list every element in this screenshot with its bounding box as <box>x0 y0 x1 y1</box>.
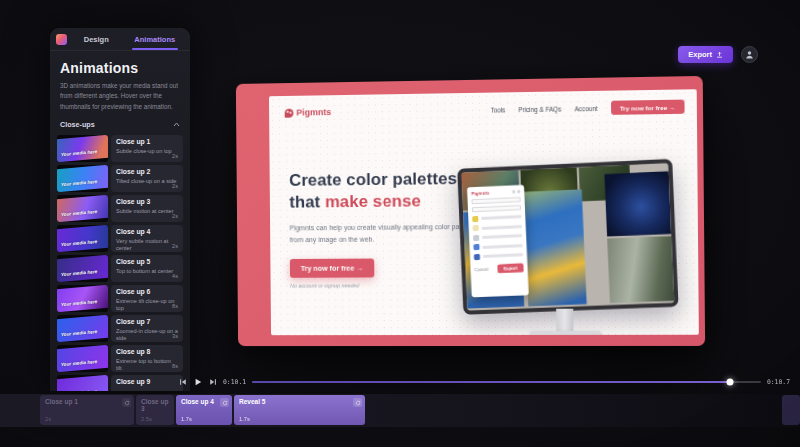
photo-tile-blue-sphere <box>604 171 671 236</box>
duration-badge: 2s <box>172 243 178 249</box>
closeups-section-header[interactable]: Close-ups <box>60 120 180 129</box>
nav-pricing-faqs[interactable]: Pricing & FAQs <box>518 105 561 113</box>
skip-to-start-button[interactable] <box>178 378 187 387</box>
animation-thumbnail: Your media here <box>57 135 108 162</box>
popup-cancel-button[interactable]: Cancel <box>474 266 488 272</box>
popup-export-button[interactable]: Export <box>497 263 523 273</box>
pigmnts-website: Pigmnts Tools Pricing & FAQs Account Try… <box>269 89 699 335</box>
page-title: Animations <box>60 60 180 76</box>
animation-item-closeup2[interactable]: Your media here Close up 2Tilted close-u… <box>57 165 183 192</box>
hex-value-placeholder <box>482 244 522 249</box>
clip-track: Close up 1 2s Close up 3 2.5s Close up 4… <box>0 394 800 427</box>
animation-item-closeup5[interactable]: Your media here Close up 5Top to bottom … <box>57 255 183 282</box>
animation-thumbnail: Your media here <box>57 225 108 252</box>
color-swatch <box>474 253 480 259</box>
clip-closeup4[interactable]: Close up 4 1.7s <box>176 395 232 425</box>
palette-color-row[interactable] <box>472 214 521 222</box>
palette-icon <box>285 108 294 117</box>
color-swatch <box>472 215 478 221</box>
play-button[interactable] <box>193 378 202 387</box>
chevron-up-icon <box>173 122 180 127</box>
skip-back-icon <box>179 378 187 386</box>
palette-color-row[interactable] <box>473 223 522 231</box>
palette-color-row[interactable] <box>474 252 523 260</box>
duration-badge: 2s <box>172 153 178 159</box>
animation-item-closeup9[interactable]: Your media here Close up 9 <box>57 375 183 391</box>
popup-mood-select[interactable] <box>471 197 520 204</box>
duration-badge: 8s <box>172 363 178 369</box>
animation-item-closeup7[interactable]: Your media here Close up 7Zoomed-in clos… <box>57 315 183 342</box>
duration-badge: 8s <box>172 303 178 309</box>
hero-subtext: Pigmnts can help you create visually app… <box>290 221 480 246</box>
duration-badge: 4s <box>172 273 178 279</box>
skip-forward-icon <box>209 378 217 386</box>
export-upload-icon <box>716 51 723 58</box>
export-button[interactable]: Export <box>678 46 733 63</box>
clip-closeup3[interactable]: Close up 3 2.5s <box>136 395 174 425</box>
app-window: Design Animations Animations 3D animatio… <box>0 0 800 447</box>
animation-item-closeup4[interactable]: Your media here Close up 4Very subtle mo… <box>57 225 183 252</box>
playhead[interactable] <box>727 379 734 386</box>
play-icon <box>194 378 202 386</box>
canvas-preview-mockup[interactable]: Pigmnts Tools Pricing & FAQs Account Try… <box>236 76 705 346</box>
monitor-mockup: Pigmnts Cancel Export <box>457 159 678 315</box>
tab-design[interactable]: Design <box>67 28 126 50</box>
seek-bar[interactable] <box>252 381 761 383</box>
popup-count-select[interactable] <box>472 205 521 212</box>
sidebar-tabs: Design Animations <box>50 28 190 51</box>
color-swatch <box>473 244 479 250</box>
nav-try-free-button[interactable]: Try now for free → <box>611 100 685 115</box>
animation-preset-list: Your media here Close up 1Subtle close-u… <box>50 135 190 391</box>
user-avatar-button[interactable] <box>741 46 758 63</box>
duration-badge: 2s <box>172 183 178 189</box>
monitor-stand <box>556 309 573 332</box>
hex-value-placeholder <box>482 225 522 230</box>
clip-closeup1[interactable]: Close up 1 2s <box>40 395 134 425</box>
skip-to-end-button[interactable] <box>208 378 217 387</box>
popup-window-icons <box>512 190 520 193</box>
animation-thumbnail: Your media here <box>57 195 108 222</box>
clip-loop-icon <box>122 398 131 407</box>
duration-badge: 3s <box>172 333 178 339</box>
tab-animations[interactable]: Animations <box>126 28 185 50</box>
pigmnts-extension-popup: Pigmnts Cancel Export <box>467 185 529 298</box>
nav-account[interactable]: Account <box>574 104 597 111</box>
headline-accent: make sense <box>325 192 421 212</box>
animation-thumbnail: Your media here <box>57 165 108 192</box>
animation-item-closeup3[interactable]: Your media here Close up 3Subtle motion … <box>57 195 183 222</box>
palette-color-row[interactable] <box>473 242 522 250</box>
color-swatch <box>473 225 479 231</box>
popup-title: Pigmnts <box>471 190 489 196</box>
topbar: Export <box>678 46 758 63</box>
animation-item-closeup1[interactable]: Your media here Close up 1Subtle close-u… <box>57 135 183 162</box>
pigmnts-logo: Pigmnts <box>285 107 332 118</box>
closeups-label: Close-ups <box>60 120 95 129</box>
animation-item-closeup6[interactable]: Your media here Close up 6Extreme tilt c… <box>57 285 183 312</box>
palette-rows <box>472 214 523 260</box>
photo-tile-parrot-main <box>523 189 586 306</box>
animation-item-closeup8[interactable]: Your media here Close up 8Extreme top to… <box>57 345 183 372</box>
user-icon <box>745 50 754 59</box>
current-time: 0:10.1 <box>223 378 246 386</box>
clip-reveal5[interactable]: Reveal 5 1.7s <box>234 395 365 425</box>
photo-tile-street <box>607 236 674 303</box>
hex-value-placeholder <box>481 215 521 220</box>
sidebar-description: 3D animations make your media stand out … <box>60 81 180 112</box>
monitor-screen: Pigmnts Cancel Export <box>461 163 674 310</box>
app-logo-icon[interactable] <box>56 34 67 45</box>
palette-color-row[interactable] <box>473 233 522 241</box>
animation-thumbnail: Your media here <box>57 315 108 342</box>
hex-value-placeholder <box>482 234 522 239</box>
playback-timeline: 0:10.1 0:10.7 <box>178 374 790 390</box>
clip-loop-icon <box>220 398 229 407</box>
animation-thumbnail: Your media here <box>57 285 108 312</box>
color-swatch <box>473 234 479 240</box>
hero-try-free-button[interactable]: Try now for free → <box>290 259 375 278</box>
total-time: 0:10.7 <box>767 378 790 386</box>
seek-bar-fill <box>252 381 730 383</box>
nav-tools[interactable]: Tools <box>491 106 506 113</box>
hex-value-placeholder <box>483 253 523 258</box>
clip-partial-right[interactable] <box>782 395 800 425</box>
duration-badge: 2s <box>172 213 178 219</box>
site-header: Pigmnts Tools Pricing & FAQs Account Try… <box>285 100 685 120</box>
